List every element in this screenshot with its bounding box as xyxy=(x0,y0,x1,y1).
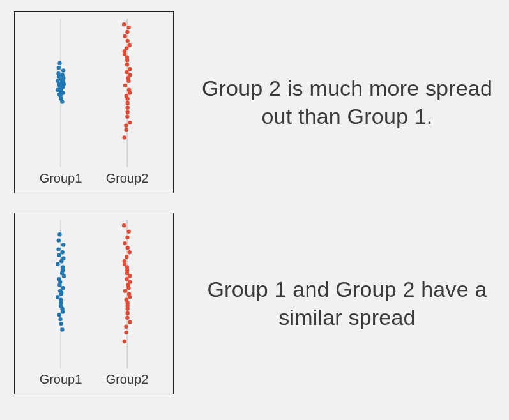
data-point xyxy=(57,277,61,281)
data-point xyxy=(60,327,64,331)
data-point xyxy=(58,289,62,293)
data-point xyxy=(126,26,130,29)
strip-plot: Group1Group2 xyxy=(15,213,173,394)
data-point xyxy=(124,325,128,329)
data-point xyxy=(123,289,127,293)
data-point xyxy=(125,46,128,50)
data-point xyxy=(125,115,129,119)
data-point xyxy=(125,63,129,66)
data-point xyxy=(125,94,128,98)
data-point xyxy=(122,223,126,227)
data-point xyxy=(125,316,129,320)
data-point xyxy=(126,246,130,250)
group-label: Group2 xyxy=(106,171,149,185)
data-point xyxy=(59,298,63,302)
data-point xyxy=(123,259,126,263)
data-point xyxy=(123,241,126,245)
data-point xyxy=(124,124,128,128)
data-point xyxy=(128,320,132,324)
data-point xyxy=(59,322,63,326)
group-label: Group1 xyxy=(40,372,82,386)
data-point xyxy=(123,84,127,87)
data-point xyxy=(60,73,64,77)
row-top: Group1Group2 Group 2 is much more spread… xyxy=(14,11,495,193)
data-point xyxy=(56,247,60,251)
data-point xyxy=(61,68,65,72)
data-point xyxy=(128,67,132,71)
data-point xyxy=(57,253,61,257)
data-point xyxy=(126,39,130,43)
data-point xyxy=(125,110,129,114)
data-point xyxy=(56,295,59,299)
data-point xyxy=(128,250,132,254)
data-point xyxy=(56,262,59,266)
group-label: Group2 xyxy=(106,372,149,386)
data-point xyxy=(57,238,61,242)
data-point xyxy=(61,265,65,269)
data-point xyxy=(122,22,126,26)
data-point xyxy=(125,311,129,315)
data-point xyxy=(125,255,128,259)
data-point xyxy=(128,73,132,77)
data-point xyxy=(56,71,60,75)
data-point xyxy=(125,298,128,302)
data-point xyxy=(128,280,132,284)
data-point xyxy=(127,292,131,296)
data-point xyxy=(125,30,129,34)
data-point xyxy=(61,286,65,290)
row-bottom: Group1Group2 Group 1 and Group 2 have a … xyxy=(14,213,495,394)
caption-top: Group 2 is much more spread out than Gro… xyxy=(199,75,495,130)
data-point xyxy=(128,121,132,124)
data-point xyxy=(126,229,130,233)
data-point xyxy=(57,66,61,70)
data-point xyxy=(56,79,59,83)
chart-bottom: Group1Group2 xyxy=(14,213,174,394)
data-point xyxy=(128,43,132,47)
data-point xyxy=(57,232,61,236)
strip-plot: Group1Group2 xyxy=(15,12,173,193)
data-point xyxy=(61,243,65,246)
data-point xyxy=(123,135,126,139)
data-point xyxy=(125,106,129,110)
data-point xyxy=(60,250,64,254)
page: Group1Group2 Group 2 is much more spread… xyxy=(0,0,509,420)
data-point xyxy=(57,61,61,65)
data-point xyxy=(123,34,126,38)
data-point xyxy=(61,256,65,260)
caption-bottom: Group 1 and Group 2 have a similar sprea… xyxy=(199,276,495,331)
data-point xyxy=(125,277,128,281)
data-point xyxy=(123,340,126,343)
data-point xyxy=(58,317,62,321)
chart-top: Group1Group2 xyxy=(14,11,174,193)
data-point xyxy=(127,88,131,92)
data-point xyxy=(57,313,61,317)
data-point xyxy=(124,128,128,132)
data-point xyxy=(125,70,128,74)
group-label: Group1 xyxy=(40,171,82,185)
data-point xyxy=(126,101,130,105)
data-point xyxy=(125,236,129,239)
data-point xyxy=(124,331,128,334)
